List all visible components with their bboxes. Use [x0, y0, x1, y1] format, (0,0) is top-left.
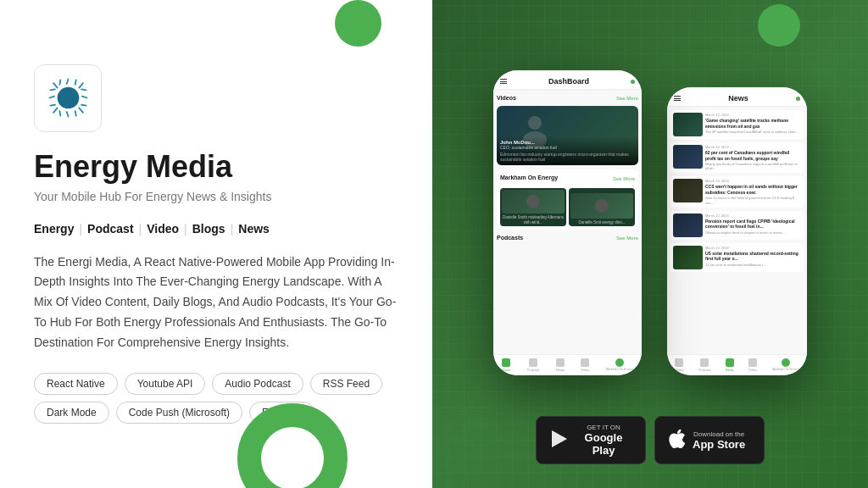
markham-see-more[interactable]: See More: [613, 176, 635, 181]
nav-podcast[interactable]: Podcast: [527, 358, 539, 372]
markham-title: Markham On Energy: [500, 175, 558, 180]
google-play-button[interactable]: GET IT ON Google Play: [536, 416, 646, 464]
person-name-1: Danielle Smith misleading Albertans with…: [502, 215, 565, 225]
news-date-4: March 13, 2024: [705, 214, 801, 218]
svg-marker-19: [552, 430, 567, 447]
phone-right-nav: Home Podcast News Video: [667, 354, 807, 375]
right-video-icon: [748, 358, 757, 367]
news-text-4: March 13, 2024 Pension report card flags…: [705, 214, 801, 237]
tag-youtube-api: Youtube API: [125, 373, 206, 395]
phone-right: News March 13, 2024 'Game changing' sate…: [667, 87, 807, 375]
video-overlay: John McDou... CEO, sustainable aviation …: [497, 136, 638, 165]
svg-line-8: [79, 108, 83, 113]
svg-line-6: [79, 83, 83, 88]
app-description: The Energi Media, A React Native-Powered…: [34, 252, 398, 353]
store-buttons: GET IT ON Google Play Download on the Ap…: [536, 416, 765, 464]
markham-header: Markham On Energy See More: [500, 173, 635, 185]
video-person-role: CEO, sustainable aviation fuel: [500, 145, 635, 150]
markham-section: Markham On Energy See More Danielle Smit…: [497, 169, 638, 230]
app-title: Energy Media: [34, 149, 398, 185]
news-item-4: March 13, 2024 Pension report card flags…: [670, 211, 804, 240]
news-title: News: [728, 94, 748, 103]
person-thumb-1: [502, 190, 565, 214]
tags-container: React Native Youtube API Audio Podcast R…: [34, 373, 398, 424]
left-panel: Energy Media Your Mobile Hub For Energy …: [0, 0, 432, 488]
news-item-5: March 13, 2024 US solar installations sh…: [670, 243, 804, 272]
svg-line-9: [59, 80, 60, 85]
hamburger-icon-right: [674, 96, 681, 101]
videos-see-more[interactable]: See More: [616, 96, 638, 101]
news-thumb-1: [673, 113, 703, 136]
news-item-2: March 13, 2024 62 per cent of Canadians …: [670, 142, 804, 173]
svg-line-11: [50, 89, 54, 90]
podcasts-see-more[interactable]: See More: [616, 236, 638, 241]
nav-energy[interactable]: Energy: [34, 222, 74, 236]
nav-markham[interactable]: Markham On Energy: [606, 358, 633, 372]
phone-left-screen: DashBoard Videos See More: [493, 70, 642, 375]
podcast-icon: [529, 358, 537, 367]
news-content: March 13, 2024 'Game changing' satellite…: [667, 107, 807, 354]
phones-container: DashBoard Videos See More: [493, 45, 807, 418]
right-nav-home[interactable]: Home: [675, 358, 684, 372]
logo-image: [45, 75, 92, 121]
nav-home[interactable]: Home: [502, 358, 511, 372]
google-play-large-label: Google Play: [576, 431, 632, 457]
right-markham-icon: [782, 358, 790, 367]
videos-section-header: Videos See More: [497, 93, 638, 103]
video-description: Edmonton bio-industry startup engineers …: [500, 152, 635, 162]
phone-left-nav: Home Podcast News Video: [493, 354, 642, 375]
videos-title: Videos: [497, 95, 516, 101]
nav-news[interactable]: News: [238, 222, 270, 236]
app-store-button[interactable]: Download on the App Store: [654, 416, 765, 464]
notification-icon: [631, 80, 635, 84]
nav-video[interactable]: Video: [581, 358, 589, 372]
nav-blogs[interactable]: Blogs: [192, 222, 225, 236]
markham-card-1: Danielle Smith misleading Albertans with…: [500, 188, 566, 226]
svg-line-1: [66, 80, 68, 85]
nav-links: Energy | Podcast | Video | Blogs | News: [34, 222, 398, 236]
video-icon: [581, 358, 589, 367]
news-headline-2: 62 per cent of Canadians support windfal…: [705, 150, 801, 161]
news-text-5: March 13, 2024 US solar installations sh…: [705, 246, 801, 269]
news-icon: [556, 358, 565, 367]
news-snippet-3: Sour Cenovus to the federal government f…: [705, 196, 801, 204]
svg-line-16: [75, 111, 75, 116]
app-store-small-label: Download on the: [693, 430, 745, 438]
app-store-large-label: App Store: [693, 438, 745, 451]
podcasts-section-header: Podcasts See More: [497, 233, 638, 242]
svg-line-5: [53, 83, 58, 88]
nav-news[interactable]: News: [556, 358, 565, 372]
phone-left-content: Videos See More John McDou...: [493, 90, 642, 354]
google-play-small-label: GET IT ON: [576, 424, 632, 431]
right-nav-markham[interactable]: Markham On Energy: [772, 358, 799, 372]
svg-line-15: [59, 111, 60, 116]
tag-audio-podcast: Audio Podcast: [212, 373, 303, 395]
markham-grid: Danielle Smith misleading Albertans with…: [500, 188, 635, 226]
svg-point-0: [57, 87, 79, 109]
svg-line-10: [75, 80, 75, 85]
nav-podcast[interactable]: Podcast: [87, 222, 133, 236]
nav-video[interactable]: Video: [147, 222, 179, 236]
news-item-3: March 13, 2024 CCS won't happen in oil s…: [670, 176, 804, 207]
right-nav-podcast[interactable]: Podcast: [698, 358, 710, 372]
right-panel: DashBoard Videos See More: [432, 0, 868, 488]
person-icon-1: [526, 195, 540, 208]
podcasts-title: Podcasts: [497, 235, 523, 241]
svg-point-17: [528, 116, 542, 130]
right-nav-news[interactable]: News: [726, 358, 734, 372]
tag-react-native: React Native: [34, 373, 118, 395]
google-play-text: GET IT ON Google Play: [576, 424, 632, 457]
logo-container: [34, 64, 102, 132]
apple-icon: [669, 430, 686, 451]
news-text-3: March 13, 2024 CCS won't happen in oil s…: [705, 179, 801, 204]
right-nav-video[interactable]: Video: [748, 358, 757, 372]
tag-dark-mode: Dark Mode: [34, 402, 109, 424]
news-date-3: March 13, 2024: [705, 179, 801, 183]
news-date-5: March 13, 2024: [705, 246, 801, 250]
svg-line-4: [82, 97, 87, 98]
news-snippet-2: Nearly two-thirds of Canadians support a…: [705, 162, 801, 170]
news-headline-5: US solar installations shattered record-…: [705, 251, 801, 262]
news-headline-3: CCS won't happen in oil sands without bi…: [705, 184, 801, 195]
phone-left-header: DashBoard: [493, 70, 642, 90]
news-thumb-3: [673, 179, 703, 202]
